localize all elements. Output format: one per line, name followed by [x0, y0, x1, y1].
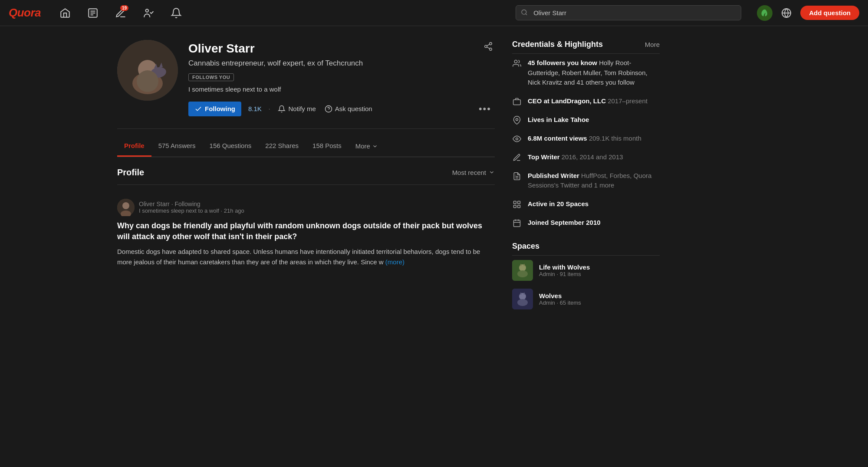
post-author-avatar — [117, 199, 135, 216]
credential-joined-text: Joined September 2010 — [528, 218, 601, 228]
space-meta-life-wolves: Admin · 91 items — [539, 271, 590, 277]
share-button-wrap — [482, 40, 495, 54]
svg-rect-32 — [518, 205, 520, 207]
avatar — [117, 40, 178, 101]
following-count: 8.1K — [248, 105, 262, 112]
svg-point-4 — [146, 9, 149, 12]
avatar-image — [117, 40, 178, 101]
notifications-icon — [171, 7, 182, 19]
svg-point-9 — [117, 40, 178, 101]
ask-label: Ask question — [335, 105, 372, 112]
spaces-icon — [512, 200, 522, 209]
following-nav-button[interactable] — [140, 4, 157, 22]
right-sidebar: Credentials & Highlights More 45 followe… — [512, 40, 660, 323]
tab-profile[interactable]: Profile — [117, 136, 151, 157]
answers-nav-button[interactable] — [84, 4, 102, 22]
quora-badge-button[interactable] — [757, 5, 773, 21]
space-avatar-life-wolves — [512, 260, 533, 281]
following-button[interactable]: Following — [188, 102, 241, 116]
credential-followers: 45 followers you know Holly Root-Gutteri… — [512, 58, 660, 88]
ask-icon — [325, 105, 332, 113]
credentials-section: Credentials & Highlights More 45 followe… — [512, 40, 660, 228]
answers-icon — [87, 7, 99, 19]
search-icon — [521, 9, 528, 17]
search-input[interactable] — [516, 5, 741, 20]
writer-icon — [512, 153, 522, 162]
left-content: Oliver Starr Cannabis entrepreneur, wolf… — [117, 40, 495, 323]
space-item-life-with-wolves[interactable]: Life with Wolves Admin · 91 items — [512, 260, 660, 281]
credential-top-writer: Top Writer 2016, 2014 and 2013 — [512, 152, 660, 162]
tab-answers[interactable]: 575 Answers — [151, 136, 203, 157]
tab-more-button[interactable]: More — [349, 136, 385, 156]
profile-header: Oliver Starr Cannabis entrepreneur, wolf… — [117, 40, 495, 118]
post-sub-info: I sometimes sleep next to a wolf · 21h a… — [139, 207, 244, 214]
space-item-wolves[interactable]: Wolves Admin · 65 items — [512, 289, 660, 309]
svg-point-21 — [122, 202, 129, 209]
post-card: Oliver Starr · Following I sometimes sle… — [117, 192, 495, 274]
more-options-button[interactable]: ••• — [475, 100, 495, 118]
share-button[interactable] — [482, 40, 495, 54]
search-bar — [516, 5, 741, 20]
ask-question-button[interactable]: Ask question — [324, 102, 373, 116]
svg-rect-31 — [514, 205, 516, 207]
write-nav-button[interactable]: 19 — [112, 4, 129, 22]
post-meta-info: Oliver Starr · Following I sometimes sle… — [139, 201, 244, 214]
svg-line-16 — [487, 47, 490, 49]
following-check-icon — [194, 105, 202, 113]
notify-button[interactable]: Notify me — [277, 102, 316, 116]
credential-followers-text: 45 followers you know Holly Root-Gutteri… — [528, 58, 660, 88]
tab-questions[interactable]: 156 Questions — [203, 136, 259, 157]
svg-point-25 — [516, 118, 518, 120]
home-icon — [59, 7, 71, 19]
svg-rect-30 — [518, 201, 520, 204]
tab-shares[interactable]: 222 Shares — [258, 136, 306, 157]
post-author-name: Oliver Starr · Following — [139, 201, 244, 207]
spaces-section: Spaces Life with W — [512, 242, 660, 309]
post-more-link[interactable]: (more) — [385, 258, 404, 266]
credential-published: Published Writer HuffPost, Forbes, Quora… — [512, 171, 660, 191]
bell-icon — [278, 105, 286, 113]
svg-point-39 — [517, 270, 528, 277]
write-badge: 19 — [120, 5, 128, 11]
leaf-icon — [760, 9, 769, 17]
credential-ceo: CEO at LandDragon, LLC 2017–present — [512, 96, 660, 106]
space-name-wolves: Wolves — [539, 292, 581, 299]
chevron-down-icon — [372, 143, 378, 149]
space-avatar-wolves — [512, 289, 533, 309]
profile-tagline: I sometimes sleep next to a wolf — [188, 86, 495, 93]
credential-spaces: Active in 20 Spaces — [512, 199, 660, 209]
wolves-space-thumbnail — [512, 260, 533, 281]
profile-actions: Following 8.1K · Notify me — [188, 100, 495, 118]
add-question-button[interactable]: Add question — [800, 6, 859, 20]
svg-point-26 — [516, 138, 518, 140]
svg-point-5 — [522, 10, 526, 14]
globe-button[interactable] — [779, 5, 794, 21]
work-icon — [512, 97, 522, 106]
svg-line-6 — [526, 13, 527, 15]
svg-point-23 — [514, 60, 517, 63]
post-title[interactable]: Why can dogs be friendly and playful wit… — [117, 220, 495, 242]
sort-button[interactable]: Most recent — [452, 169, 495, 176]
profile-section-title: Profile — [117, 168, 144, 178]
svg-rect-33 — [514, 220, 520, 227]
quora-logo[interactable]: Quora — [9, 6, 41, 20]
followers-icon — [512, 59, 522, 68]
space-meta-wolves: Admin · 65 items — [539, 299, 581, 306]
profile-section-header: Profile Most recent — [117, 168, 495, 178]
tabs-row: Profile 575 Answers 156 Questions 222 Sh… — [117, 136, 495, 157]
published-icon — [512, 171, 522, 181]
tab-posts[interactable]: 158 Posts — [306, 136, 349, 157]
credentials-more[interactable]: More — [645, 41, 660, 48]
credentials-header: Credentials & Highlights More — [512, 40, 660, 54]
svg-point-42 — [517, 299, 528, 306]
credential-published-text: Published Writer HuffPost, Forbes, Quora… — [528, 171, 660, 191]
space-info-life-wolves: Life with Wolves Admin · 91 items — [539, 263, 590, 277]
notify-label: Notify me — [288, 105, 316, 112]
dot-separator: · — [269, 105, 270, 112]
section-divider — [117, 184, 495, 185]
home-nav-button[interactable] — [56, 4, 74, 22]
credential-location: Lives in Lake Tahoe — [512, 115, 660, 125]
profile-divider — [117, 128, 495, 129]
views-icon — [512, 134, 522, 144]
notifications-nav-button[interactable] — [168, 4, 185, 22]
